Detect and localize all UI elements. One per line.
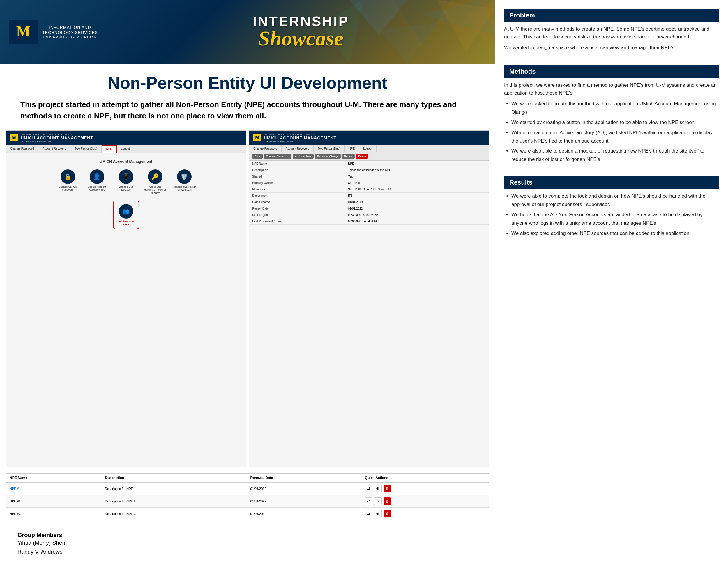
detail-label: Members (249, 186, 345, 192)
view-btn-0[interactable]: 👁 (374, 485, 382, 492)
renew-button[interactable]: Renew (342, 154, 355, 159)
bullet-item: With information from Active Directory (… (511, 129, 719, 146)
add-npe-label: Add/Manage NPEs (116, 220, 136, 226)
mock-header-1: M INFORMATION AND TECHNOLOGY SERVICES UM… (6, 131, 246, 145)
back-button[interactable]: Back (252, 154, 263, 159)
view-btn-1[interactable]: 👁 (374, 497, 382, 505)
npe-name: NPE #3 (10, 512, 21, 515)
svg-text:M: M (16, 23, 30, 40)
mock-site-label-2: INFORMATION AND TECHNOLOGY SERVICES (264, 133, 485, 136)
detail-action-bar: Back Transfer Ownership Add Members Pass… (249, 152, 489, 161)
lock-icon: 🔒 (61, 169, 75, 184)
icon-hardware-token: 🔑 Add a Duo Hardware Token or Yubikey (144, 169, 167, 195)
transfer-btn-0[interactable]: ⇄ (365, 485, 372, 492)
detail-row: MembersSam Pull1, Sam Pull2, Sam Pull3 (249, 186, 489, 192)
detail-row: Last Logon9/23/2020 10:10:02 PM (249, 212, 489, 218)
npe-link[interactable]: NPE #1 (10, 487, 21, 490)
icon-label-weblogin: Manage Two-Factor for Weblogin (173, 186, 196, 192)
col-renewal-date: Renewal Date (247, 473, 361, 482)
section-paragraph: At U-M there are many methods to create … (504, 25, 719, 41)
nav-change-password[interactable]: Change Password (6, 145, 38, 153)
nav-account-recovery[interactable]: Account Recovery (38, 145, 70, 153)
section-paragraph: We wanted to design a space where a user… (504, 44, 719, 52)
cell-name: NPE #1 (6, 482, 101, 495)
nav2-account-recovery[interactable]: Account Recovery (282, 145, 314, 152)
cell-description: Description for NPE 3 (101, 508, 247, 520)
col-description: Description (101, 473, 247, 482)
detail-value: Yes (345, 173, 489, 180)
person-icon: 👤 (90, 169, 104, 184)
detail-table: NPE NameNPEDescriptionThis is the descri… (249, 161, 489, 225)
group-members: Group Members: Yihua (Merry) ShenRandy V… (0, 526, 495, 562)
detail-value: 9/23/2020 10:10:02 PM (345, 212, 489, 218)
detail-label: NPE Name (249, 161, 345, 167)
view-btn-2[interactable]: 👁 (374, 510, 382, 517)
add-manage-npe-button[interactable]: 👥 Add/Manage NPEs (113, 201, 139, 229)
table-row: NPE #2 Description for NPE 2 01/01/2022 … (6, 495, 489, 508)
mock-header-info-1: INFORMATION AND TECHNOLOGY SERVICES UMIC… (21, 133, 242, 143)
nav2-logout[interactable]: Logout (359, 145, 377, 152)
section-content-methods: In this project, we were tasked to find … (504, 78, 719, 169)
nav2-change-password[interactable]: Change Password (249, 145, 282, 152)
icon-label-token: Add a Duo Hardware Token or Yubikey (144, 186, 167, 195)
icon-label-password: Change UMICH Password (56, 186, 79, 192)
section-header-results: Results (504, 176, 719, 189)
section-content-problem: At U-M there are many methods to create … (504, 22, 719, 58)
delete-button[interactable]: Delete (356, 154, 368, 159)
icon-label-duo: Manage Duo Devices (114, 186, 138, 192)
table-row: NPE #3 Description for NPE 3 01/01/2022 … (6, 508, 489, 520)
delete-btn-2[interactable]: 🗑 (384, 510, 391, 517)
nav-npe[interactable]: NPE (102, 145, 117, 153)
npe-table-section: NPE Name Description Renewal Date Quick … (0, 470, 495, 526)
left-panel: M INFORMATION AND TECHNOLOGY SERVICES UN… (0, 0, 495, 562)
cell-renewal-date: 01/01/2022 (247, 508, 361, 520)
nav2-npe[interactable]: NPE (345, 145, 359, 152)
section-paragraph: In this project, we were tasked to find … (504, 81, 719, 97)
nav-logout[interactable]: Logout (117, 145, 134, 153)
shield-icon: 🛡️ (177, 169, 192, 184)
cell-quick-actions: ⇄ 👁 🗑 (361, 508, 489, 520)
mock-site-subtitle-2: UNIVERSITY OF MICHIGAN (264, 140, 485, 143)
mock-site-title-1: UMICH ACCOUNT MANAGEMENT (21, 136, 242, 140)
icon-duo-devices: 📱 Manage Duo Devices (114, 169, 138, 195)
group-members-list: Yihua (Merry) ShenRandy V. Andrews (17, 538, 478, 556)
add-members-button[interactable]: Add Members (293, 154, 314, 159)
mock-site-title-2: UMICH ACCOUNT MANAGEMENT (264, 136, 485, 140)
detail-label: Description (249, 167, 345, 173)
bullet-item: We were able to complete the look and de… (511, 192, 719, 209)
detail-row: Date Created01/01/2019 (249, 199, 489, 205)
transfer-btn-1[interactable]: ⇄ (365, 497, 372, 505)
header-banner: M INFORMATION AND TECHNOLOGY SERVICES UN… (0, 0, 495, 64)
section-content-results: We were able to complete the look and de… (504, 189, 719, 242)
logo-info-line2: TECHNOLOGY SERVICES (42, 30, 98, 35)
icon-two-factor-weblogin: 🛡️ Manage Two-Factor for Weblogin (173, 169, 196, 195)
delete-btn-1[interactable]: 🗑 (384, 497, 391, 505)
nav2-two-factor[interactable]: Two-Factor (Duo) (314, 145, 345, 152)
delete-btn-0[interactable]: 🗑 (384, 485, 391, 492)
mock-nav-1: Change Password Account Recovery Two-Fac… (6, 145, 246, 153)
mock-site-subtitle-1: UNIVERSITY OF MICHIGAN (21, 140, 242, 143)
col-quick-actions: Quick Actions (361, 473, 489, 482)
icon-account-recovery: 👤 Update Account Recovery Info (85, 169, 109, 195)
cell-description: Description for NPE 1 (101, 482, 247, 495)
detail-label: Primary Owner (249, 180, 345, 186)
password-change-button[interactable]: Password Change (315, 154, 341, 159)
cell-description: Description for NPE 2 (101, 495, 247, 508)
quick-actions: ⇄ 👁 🗑 (365, 485, 485, 492)
logo-info-line1: INFORMATION AND (42, 25, 98, 30)
section-bullets-methods: We were tasked to create this method wit… (504, 100, 719, 164)
detail-value: Sam Pull1, Sam Pull2, Sam Pull3 (345, 186, 489, 192)
npe-table: NPE Name Description Renewal Date Quick … (6, 473, 489, 520)
cell-quick-actions: ⇄ 👁 🗑 (361, 482, 489, 495)
mock-logo-1: M (10, 134, 18, 142)
section-header-methods: Methods (504, 65, 719, 78)
nav-two-factor[interactable]: Two-Factor (Duo) (70, 145, 102, 153)
transfer-btn-2[interactable]: ⇄ (365, 510, 372, 517)
transfer-ownership-button[interactable]: Transfer Ownership (264, 154, 291, 159)
key-icon: 🔑 (148, 169, 162, 184)
detail-value: Sam Pull (345, 180, 489, 186)
section-bullets-results: We were able to complete the look and de… (504, 192, 719, 238)
detail-value: 8/26/2020 5:48:48 PM (345, 218, 489, 225)
quick-actions: ⇄ 👁 🗑 (365, 510, 485, 517)
icon-change-password: 🔒 Change UMICH Password (56, 169, 79, 195)
